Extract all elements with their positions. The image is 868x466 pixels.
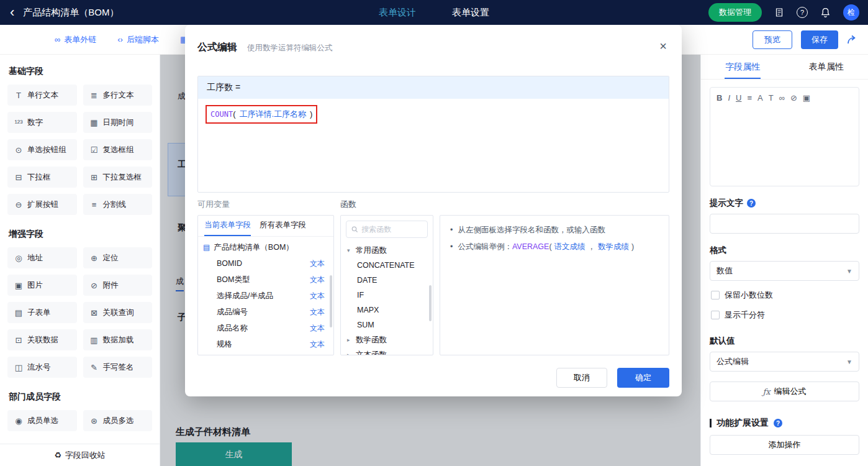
group-text-functions[interactable]: ▸ 文本函数: [341, 347, 433, 355]
function-item-mapx[interactable]: MAPX: [341, 303, 433, 318]
align-icon[interactable]: ≡: [747, 93, 752, 103]
field-multi-line-text[interactable]: ≣多行文本: [83, 85, 153, 106]
underline-icon[interactable]: U: [736, 93, 741, 103]
select-icon: ⊟: [14, 173, 24, 182]
tree-item[interactable]: 规格文本: [198, 336, 333, 352]
field-datetime[interactable]: ▦日期时间: [83, 112, 153, 133]
field-member-single[interactable]: ◉成员单选: [7, 410, 77, 431]
tree-item[interactable]: BOM类型文本: [198, 272, 333, 288]
radio-icon: ⊙: [14, 145, 24, 155]
thousand-checkbox[interactable]: [711, 311, 720, 319]
link-icon[interactable]: ∞: [779, 93, 785, 103]
decimal-checkbox-row[interactable]: 保留小数位数: [711, 290, 858, 301]
function-item-sum[interactable]: SUM: [341, 318, 433, 332]
field-relation-query[interactable]: ⊠关联查询: [83, 302, 153, 323]
field-label: 多行文本: [103, 90, 134, 101]
function-item-date[interactable]: DATE: [341, 273, 433, 288]
formula-field-token[interactable]: 工序详情.工序名称: [239, 109, 306, 119]
hint-help-icon[interactable]: ?: [747, 199, 756, 208]
edit-formula-button[interactable]: ƒx 编辑公式: [710, 381, 859, 401]
tab-field-properties[interactable]: 字段属性: [701, 55, 785, 79]
font-color-icon[interactable]: A: [757, 93, 763, 103]
field-single-line-text[interactable]: T单行文本: [7, 85, 77, 106]
field-type-tag[interactable]: 文本: [310, 258, 325, 269]
field-extend-button[interactable]: ⊖扩展按钮: [7, 194, 77, 215]
default-value-select[interactable]: 公式编辑 ▼: [710, 352, 859, 372]
scrollbar[interactable]: [330, 275, 332, 327]
field-label: 下拉复选框: [103, 172, 142, 183]
thousand-checkbox-row[interactable]: 显示千分符: [711, 309, 858, 321]
field-type-tag[interactable]: 文本: [310, 275, 325, 285]
changelog-icon[interactable]: [774, 7, 784, 17]
field-select[interactable]: ⊟下拉框: [7, 167, 77, 188]
data-manage-button[interactable]: 数据管理: [708, 3, 762, 22]
font-size-icon[interactable]: T: [769, 93, 774, 103]
group-common-functions[interactable]: ▾ 常用函数: [341, 243, 433, 258]
function-search-input[interactable]: [361, 225, 422, 234]
field-signature[interactable]: ✎手写签名: [83, 357, 153, 378]
properties-body: B I U ≡ A T ∞ ⊘ ▣ 提示文字 ? 格式 数值 ▼ 保留小数位数: [701, 80, 868, 455]
field-type-tag[interactable]: 文本: [310, 307, 325, 318]
insert-image-icon[interactable]: ▣: [803, 93, 810, 103]
example-function-token: AVERAGE: [512, 242, 549, 251]
preview-button[interactable]: 预览: [753, 30, 792, 49]
group-math-functions[interactable]: ▸ 数学函数: [341, 332, 433, 347]
field-type-tag[interactable]: 文本: [310, 291, 325, 301]
field-relation-data[interactable]: ⊡关联数据: [7, 329, 77, 350]
tab-all-form-fields[interactable]: 所有表单字段: [260, 216, 306, 236]
field-image[interactable]: ▣图片: [7, 275, 77, 296]
bell-icon[interactable]: [820, 7, 831, 18]
tree-item[interactable]: 选择成品/半成品文本: [198, 288, 333, 304]
field-title-editor[interactable]: B I U ≡ A T ∞ ⊘ ▣: [710, 87, 859, 186]
example-field-token-1[interactable]: 语文成绩: [554, 242, 585, 251]
extension-help-icon[interactable]: ?: [774, 419, 782, 427]
formula-editor-area[interactable]: COUNT(工序详情.工序名称): [198, 99, 669, 192]
field-divider[interactable]: ≡分割线: [83, 194, 153, 215]
field-subform[interactable]: ▤子表单: [7, 302, 77, 323]
field-serial-number[interactable]: ◫流水号: [7, 357, 77, 378]
scrollbar[interactable]: [429, 285, 432, 321]
help-icon[interactable]: ?: [797, 7, 808, 18]
back-icon[interactable]: ‹: [10, 6, 14, 19]
field-number[interactable]: ¹²³数字: [7, 112, 77, 133]
example-field-token-2[interactable]: 数学成绩: [598, 242, 629, 251]
tab-current-form-fields[interactable]: 当前表单字段: [204, 216, 251, 236]
hint-text-input[interactable]: [710, 214, 859, 234]
field-data-load[interactable]: ▥数据加载: [83, 329, 153, 350]
italic-icon[interactable]: I: [728, 93, 730, 103]
tree-root[interactable]: ▤ 产品结构清单（BOM）: [198, 239, 333, 255]
add-action-button[interactable]: 添加操作: [710, 435, 859, 455]
tab-form-settings[interactable]: 表单设置: [452, 7, 489, 19]
field-attachment[interactable]: ⊘附件: [83, 275, 153, 296]
field-recycle-bin[interactable]: ♻ 字段回收站: [0, 444, 160, 466]
tab-form-properties[interactable]: 表单属性: [785, 55, 868, 79]
field-address[interactable]: ◎地址: [7, 247, 77, 268]
avatar[interactable]: 检: [843, 4, 859, 21]
bold-icon[interactable]: B: [717, 93, 722, 103]
field-type-tag[interactable]: 文本: [310, 339, 325, 350]
field-location[interactable]: ⊕定位: [83, 247, 153, 268]
tree-item[interactable]: BOMID文本: [198, 255, 333, 272]
field-type-tag[interactable]: 文本: [310, 323, 325, 334]
save-button[interactable]: 保存: [801, 30, 838, 49]
confirm-button[interactable]: 确定: [617, 368, 669, 388]
tab-form-design[interactable]: 表单设计: [379, 7, 416, 19]
format-select[interactable]: 数值 ▼: [710, 261, 859, 281]
backend-script-label: 后端脚本: [127, 34, 159, 45]
function-item-concatenate[interactable]: CONCATENATE: [341, 258, 433, 273]
backend-script-item[interactable]: ‹› 后端脚本: [117, 34, 159, 45]
share-icon[interactable]: [847, 35, 858, 45]
decimal-checkbox[interactable]: [711, 291, 720, 299]
cancel-button[interactable]: 取消: [556, 368, 607, 388]
field-multi-select[interactable]: ⊞下拉复选框: [83, 167, 153, 188]
function-item-if[interactable]: IF: [341, 288, 433, 303]
field-member-multi[interactable]: ⊛成员多选: [83, 410, 153, 431]
close-icon[interactable]: ×: [659, 40, 667, 52]
external-link-item[interactable]: ∞ 表单外链: [55, 34, 96, 45]
unlink-icon[interactable]: ⊘: [790, 93, 797, 103]
field-radio-group[interactable]: ⊙单选按钮组: [7, 139, 77, 160]
field-checkbox-group[interactable]: ☑复选框组: [83, 139, 153, 160]
tree-item[interactable]: 成品名称文本: [198, 320, 333, 336]
tree-item[interactable]: 成品编号文本: [198, 304, 333, 320]
add-action-label: 添加操作: [769, 439, 801, 450]
